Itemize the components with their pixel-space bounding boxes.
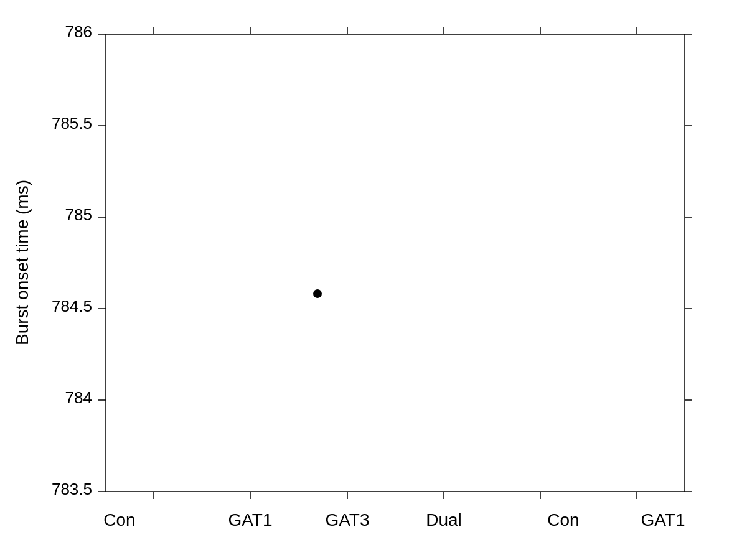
xlabel-con2: Con xyxy=(547,510,579,530)
chart-container: 786 785.5 785 784.5 784 783.5 Burst onse… xyxy=(0,0,747,560)
background xyxy=(0,0,747,560)
xlabel-gat1-2: GAT1 xyxy=(641,510,685,530)
ylabel-7855: 785.5 xyxy=(52,114,92,133)
scatter-plot: 786 785.5 785 784.5 784 783.5 Burst onse… xyxy=(0,0,747,560)
ylabel-785: 785 xyxy=(65,205,92,224)
xlabel-dual: Dual xyxy=(426,510,462,530)
xlabel-con1: Con xyxy=(103,510,135,530)
xlabel-gat3: GAT3 xyxy=(325,510,369,530)
yaxis-label: Burst onset time (ms) xyxy=(12,180,32,345)
ylabel-7845: 784.5 xyxy=(52,297,92,315)
xlabel-gat1-1: GAT1 xyxy=(228,510,272,530)
ylabel-7835: 783.5 xyxy=(52,480,92,498)
data-point-gat3 xyxy=(313,289,322,298)
ylabel-784: 784 xyxy=(65,388,92,407)
ylabel-786: 786 xyxy=(65,22,92,41)
